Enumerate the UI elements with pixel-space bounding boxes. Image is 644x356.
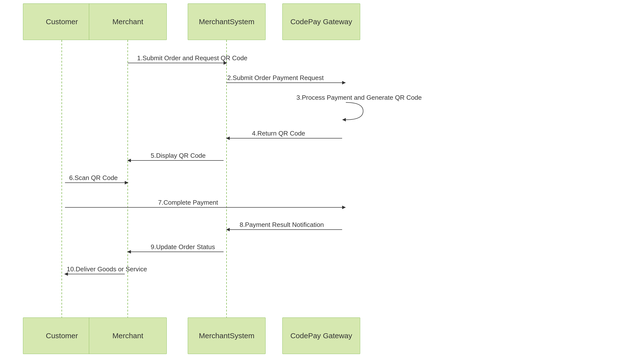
sequence-diagram: Customer Merchant MerchantSystem CodePay… <box>0 0 644 356</box>
actor-merchant-top: Merchant <box>89 3 167 40</box>
msg10-label: 10.Deliver Goods or Service <box>67 265 147 273</box>
actor-codepay-bottom: CodePay Gateway <box>282 318 360 354</box>
msg4-label: 4.Return QR Code <box>252 130 305 137</box>
svg-marker-11 <box>127 159 131 162</box>
msg2-label: 2.Submit Order Payment Request <box>227 74 324 82</box>
svg-marker-13 <box>125 181 128 184</box>
msg1-label: 1.Submit Order and Request QR Code <box>137 54 248 62</box>
actor-merchantsystem-bottom: MerchantSystem <box>188 318 266 354</box>
svg-marker-9 <box>226 136 230 140</box>
actor-merchant-bottom: Merchant <box>89 318 167 354</box>
msg8-label: 8.Payment Result Notification <box>240 221 324 229</box>
svg-marker-15 <box>342 206 346 209</box>
svg-marker-7 <box>342 118 346 121</box>
actor-codepay-top: CodePay Gateway <box>282 3 360 40</box>
svg-marker-6 <box>342 81 346 84</box>
actor-merchantsystem-top: MerchantSystem <box>188 3 266 40</box>
msg3-label: 3.Process Payment and Generate QR Code <box>296 94 422 101</box>
msg7-label: 7.Complete Payment <box>158 199 218 206</box>
msg5-label: 5.Display QR Code <box>151 152 206 159</box>
svg-marker-19 <box>127 250 131 254</box>
msg9-label: 9.Update Order Status <box>151 243 215 251</box>
msg6-label: 6.Scan QR Code <box>69 174 118 182</box>
svg-marker-17 <box>226 228 230 231</box>
